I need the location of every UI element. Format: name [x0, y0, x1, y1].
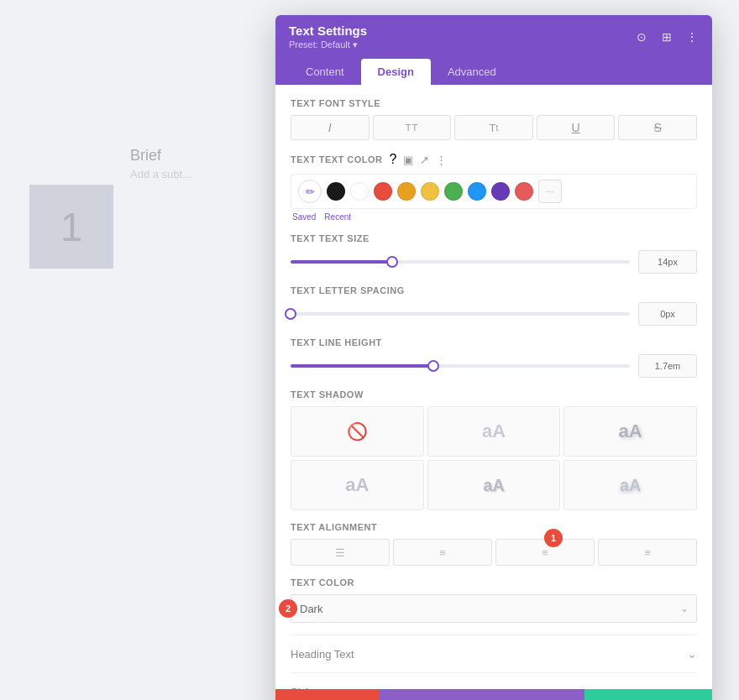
heading-text-accordion: Heading Text ⌄	[291, 635, 697, 672]
text-size-input[interactable]	[638, 250, 697, 274]
modal-header-icons: ⊙ ⊞ ⋮	[633, 29, 700, 45]
text-size-slider-row	[291, 250, 697, 274]
text-size-label: Text Text Size	[291, 233, 697, 243]
capitalize-button[interactable]: Tt	[454, 115, 533, 140]
text-color-label: Text Text Color	[291, 154, 383, 165]
swatch-orange[interactable]	[397, 182, 416, 201]
text-settings-modal: Text Settings Preset: Default ▾ ⊙ ⊞ ⋮ Co…	[275, 15, 712, 700]
panel-body: Text Font Style I TT Tt U S Text Text Co…	[275, 85, 712, 689]
align-left-button[interactable]: ☰	[291, 539, 390, 566]
swatch-green[interactable]	[444, 182, 463, 201]
modal-header-left: Text Settings Preset: Default ▾	[289, 24, 367, 50]
letter-spacing-section: Text Letter Spacing	[291, 285, 697, 326]
no-shadow-icon: 🚫	[347, 421, 368, 441]
circle-icon[interactable]: ⊙	[633, 29, 650, 45]
line-height-track[interactable]	[291, 364, 630, 368]
letter-spacing-track[interactable]	[291, 312, 630, 316]
heading-text-label: Heading Text	[291, 648, 354, 661]
confirm-button[interactable]: ✓	[584, 689, 688, 700]
text-size-track[interactable]	[291, 260, 630, 264]
bg-brief-title: Brief	[130, 147, 161, 165]
shadow-style4[interactable]: aA	[427, 460, 561, 510]
badge-2: 2	[279, 599, 297, 618]
letter-spacing-input[interactable]	[638, 302, 697, 326]
heading-text-header[interactable]: Heading Text ⌄	[291, 647, 697, 661]
line-height-thumb[interactable]	[427, 360, 439, 372]
shadow-style5[interactable]: aA	[563, 460, 697, 510]
columns-icon[interactable]: ⊞	[658, 29, 675, 45]
align-justify-button[interactable]: ≡	[598, 539, 697, 566]
tab-content[interactable]: Content	[289, 59, 361, 85]
line-height-slider-row	[291, 354, 697, 378]
swatch-black[interactable]	[327, 182, 345, 201]
text-shadow-label: Text Shadow	[291, 389, 697, 400]
extra-button[interactable]: ✦	[687, 689, 712, 700]
tab-advanced[interactable]: Advanced	[431, 59, 513, 85]
more-options-icon[interactable]: ⋮	[684, 29, 700, 45]
shadow-grid: 🚫 aA aA aA aA aA	[291, 406, 697, 510]
text-size-thumb[interactable]	[386, 256, 398, 268]
bg-number: 1	[29, 185, 113, 269]
text-size-section: Text Text Size	[291, 233, 697, 274]
more-color-icon[interactable]: ⋮	[436, 154, 447, 166]
letter-spacing-label: Text Letter Spacing	[291, 285, 697, 295]
shadow-style1[interactable]: aA	[427, 406, 561, 457]
redo-button[interactable]: ↻	[481, 689, 584, 700]
text-color-section: Text Text Color ? ▣ ↗ ⋮ ✏ ··· Saved	[291, 152, 697, 222]
modal-title: Text Settings	[289, 24, 367, 38]
alignment-row: ☰ ≡ ≡ ≡	[291, 539, 697, 566]
text-color-select-wrapper: Dark Light Custom ⌄	[291, 594, 697, 623]
badge-1: 1	[544, 529, 563, 547]
line-height-input[interactable]	[638, 354, 697, 378]
color-pencil-button[interactable]: ✏	[298, 180, 322, 203]
recent-label[interactable]: Recent	[324, 212, 351, 222]
shadow-none[interactable]: 🚫	[291, 406, 424, 457]
align-center-button[interactable]: ≡	[393, 539, 492, 566]
sizing-accordion: Sizing ⌄	[291, 672, 697, 689]
modal-footer: ✕ ↺ ↻ ✓ ✦	[275, 689, 712, 700]
color-info-icon[interactable]: ?	[390, 152, 397, 167]
alignment-wrapper: 1 ☰ ≡ ≡ ≡	[291, 539, 697, 566]
text-alignment-label: Text Alignment	[291, 522, 697, 532]
shadow-style3[interactable]: aA	[291, 460, 424, 510]
font-style-section: Text Font Style I TT Tt U S	[291, 98, 697, 140]
cursor-color-icon[interactable]: ↗	[420, 154, 429, 166]
copy-color-icon[interactable]: ▣	[403, 154, 413, 166]
line-height-label: Text Line Height	[291, 337, 697, 347]
text-color-dropdown-label: Text Color	[291, 577, 697, 588]
color-section-header: Text Text Color ? ▣ ↗ ⋮	[291, 152, 697, 167]
italic-button[interactable]: I	[291, 115, 370, 140]
letter-spacing-slider-row	[291, 302, 697, 326]
heading-text-chevron: ⌄	[687, 647, 697, 661]
swatch-yellow[interactable]	[421, 182, 439, 201]
uppercase-button[interactable]: TT	[373, 115, 452, 140]
swatch-blue[interactable]	[468, 182, 486, 201]
text-color-dropdown-wrapper: 2 Dark Light Custom ⌄	[291, 594, 697, 623]
saved-recent-row: Saved Recent	[291, 212, 697, 222]
tab-design[interactable]: Design	[361, 59, 431, 85]
underline-button[interactable]: U	[537, 115, 616, 140]
text-shadow-section: Text Shadow 🚫 aA aA aA aA aA	[291, 389, 697, 510]
font-style-row: I TT Tt U S	[291, 115, 697, 140]
strikethrough-button[interactable]: S	[618, 115, 697, 140]
text-color-select[interactable]: Dark Light Custom	[291, 594, 697, 623]
bg-brief-subtitle: Add a subt...	[130, 168, 191, 180]
line-height-section: Text Line Height	[291, 337, 697, 378]
letter-spacing-thumb[interactable]	[285, 308, 296, 320]
tabs-bar: Content Design Advanced	[275, 59, 712, 85]
modal-header: Text Settings Preset: Default ▾ ⊙ ⊞ ⋮	[275, 15, 712, 59]
swatch-white[interactable]	[350, 182, 369, 201]
text-color-dropdown-section: Text Color 2 Dark Light Custom ⌄	[291, 577, 697, 623]
cancel-button[interactable]: ✕	[275, 689, 379, 700]
saved-label[interactable]: Saved	[292, 212, 316, 222]
shadow-style2[interactable]: aA	[563, 406, 697, 457]
color-palette: ✏ ···	[291, 174, 697, 209]
undo-button[interactable]: ↺	[379, 689, 482, 700]
swatch-red[interactable]	[374, 182, 392, 201]
swatch-purple[interactable]	[491, 182, 510, 201]
text-alignment-section: Text Alignment 1 ☰ ≡ ≡ ≡	[291, 522, 697, 566]
swatch-coral[interactable]	[515, 182, 533, 201]
text-size-fill	[291, 260, 392, 264]
more-colors-button[interactable]: ···	[538, 180, 562, 203]
modal-preset[interactable]: Preset: Default ▾	[289, 39, 367, 50]
